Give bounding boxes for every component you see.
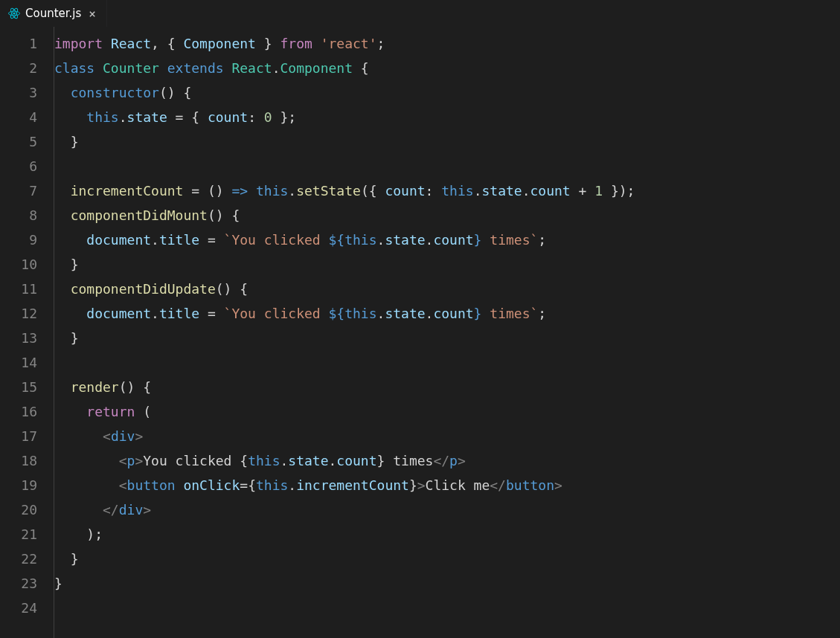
line-number: 18 <box>0 448 37 473</box>
line-number: 12 <box>0 301 37 326</box>
code-line[interactable] <box>54 596 840 620</box>
code-line[interactable]: document.title = `You clicked ${this.sta… <box>54 301 840 326</box>
line-number: 3 <box>0 80 37 105</box>
line-number-gutter: 123456789101112131415161718192021222324 <box>0 27 54 638</box>
code-line[interactable]: document.title = `You clicked ${this.sta… <box>54 228 840 252</box>
code-line[interactable]: constructor() { <box>54 80 840 105</box>
code-line[interactable]: } <box>54 547 840 571</box>
code-line[interactable]: } <box>54 326 840 350</box>
line-number: 14 <box>0 350 37 375</box>
line-number: 1 <box>0 31 37 56</box>
code-line[interactable]: class Counter extends React.Component { <box>54 56 840 80</box>
editor-area[interactable]: 123456789101112131415161718192021222324 … <box>0 27 840 638</box>
line-number: 9 <box>0 228 37 252</box>
tab-label: Counter.js <box>25 7 81 20</box>
tab-counter-js[interactable]: Counter.js × <box>0 0 107 27</box>
code-line[interactable]: } <box>54 571 840 596</box>
line-number: 13 <box>0 326 37 350</box>
line-number: 16 <box>0 399 37 424</box>
code-line[interactable]: import React, { Component } from 'react'… <box>54 31 840 56</box>
line-number: 8 <box>0 203 37 228</box>
code-content[interactable]: import React, { Component } from 'react'… <box>54 27 840 638</box>
line-number: 11 <box>0 277 37 301</box>
line-number: 19 <box>0 473 37 497</box>
line-number: 15 <box>0 375 37 399</box>
code-line[interactable]: this.state = { count: 0 }; <box>54 105 840 129</box>
code-line[interactable]: } <box>54 252 840 277</box>
code-line[interactable]: } <box>54 129 840 154</box>
code-line[interactable]: componentDidMount() { <box>54 203 840 228</box>
line-number: 21 <box>0 522 37 547</box>
code-line[interactable]: incrementCount = () => this.setState({ c… <box>54 178 840 203</box>
code-line[interactable]: <button onClick={this.incrementCount}>Cl… <box>54 473 840 497</box>
tab-bar: Counter.js × <box>0 0 840 27</box>
code-line[interactable]: <div> <box>54 424 840 448</box>
code-line[interactable]: </div> <box>54 497 840 522</box>
code-line[interactable] <box>54 350 840 375</box>
code-line[interactable] <box>54 154 840 178</box>
line-number: 10 <box>0 252 37 277</box>
line-number: 17 <box>0 424 37 448</box>
svg-point-0 <box>13 13 16 15</box>
line-number: 24 <box>0 596 37 620</box>
code-line[interactable]: render() { <box>54 375 840 399</box>
close-icon[interactable]: × <box>86 7 99 21</box>
line-number: 5 <box>0 129 37 154</box>
line-number: 23 <box>0 571 37 596</box>
line-number: 20 <box>0 497 37 522</box>
line-number: 2 <box>0 56 37 80</box>
code-line[interactable]: componentDidUpdate() { <box>54 277 840 301</box>
line-number: 22 <box>0 547 37 571</box>
line-number: 7 <box>0 178 37 203</box>
react-file-icon <box>7 7 21 20</box>
line-number: 6 <box>0 154 37 178</box>
code-line[interactable]: return ( <box>54 399 840 424</box>
code-line[interactable]: ); <box>54 522 840 547</box>
code-line[interactable]: <p>You clicked {this.state.count} times<… <box>54 448 840 473</box>
line-number: 4 <box>0 105 37 129</box>
